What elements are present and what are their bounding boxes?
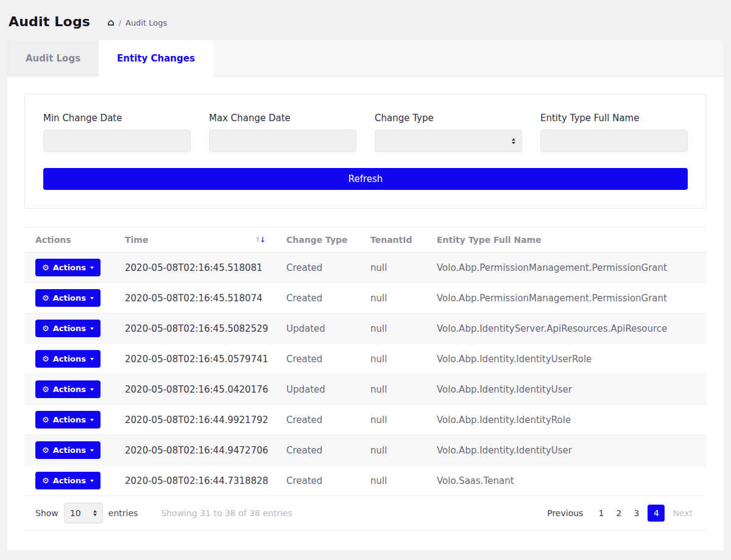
row-actions-button[interactable]: ⚙Actions xyxy=(35,441,101,459)
row-actions-button[interactable]: ⚙Actions xyxy=(35,289,101,307)
pagination-page-2[interactable]: 2 xyxy=(612,505,625,522)
time-cell: 2020-05-08T02:16:44.9921792 xyxy=(114,405,275,435)
table-row: ⚙Actions 2020-05-08T02:16:44.9921792 Cre… xyxy=(24,405,707,435)
column-header-change-type: Change Type xyxy=(275,228,359,253)
time-cell: 2020-05-08T02:16:44.9472706 xyxy=(114,435,275,466)
entity-type-full-name-input[interactable] xyxy=(540,130,688,152)
caret-down-icon xyxy=(90,327,94,330)
entity-type-cell: Volo.Abp.IdentityServer.ApiResources.Api… xyxy=(426,313,707,344)
tenantid-cell: null xyxy=(359,283,426,313)
pagination-previous[interactable]: Previous xyxy=(544,505,586,522)
change-type-label: Change Type xyxy=(375,113,522,124)
time-cell: 2020-05-08T02:16:45.0420176 xyxy=(114,374,275,405)
entity-type-cell: Volo.Abp.Identity.IdentityUser xyxy=(426,435,707,466)
caret-down-icon xyxy=(90,480,94,482)
main-card: Audit Logs Entity Changes Min Change Dat… xyxy=(7,40,724,550)
row-actions-button[interactable]: ⚙Actions xyxy=(35,350,101,368)
max-change-date-label: Max Change Date xyxy=(209,113,356,124)
page-size-select[interactable]: 10 xyxy=(64,503,103,523)
home-icon[interactable]: ⌂ xyxy=(107,18,114,27)
entity-type-cell: Volo.Abp.PermissionManagement.Permission… xyxy=(426,253,707,283)
field-change-type: Change Type xyxy=(375,113,522,152)
tab-entity-changes[interactable]: Entity Changes xyxy=(99,40,213,77)
gear-icon: ⚙ xyxy=(42,294,49,302)
entries-label: entries xyxy=(108,508,138,518)
breadcrumb-current: Audit Logs xyxy=(125,18,167,27)
change-type-cell: Updated xyxy=(275,374,359,405)
actions-button-label: Actions xyxy=(53,293,86,303)
gear-icon: ⚙ xyxy=(42,416,49,424)
select-arrows-icon xyxy=(93,510,97,516)
table-row: ⚙Actions 2020-05-08T02:16:44.9472706 Cre… xyxy=(24,435,707,466)
actions-button-label: Actions xyxy=(53,324,86,333)
actions-button-label: Actions xyxy=(53,263,86,272)
min-change-date-label: Min Change Date xyxy=(43,113,191,124)
tenantid-cell: null xyxy=(359,313,426,344)
row-actions-button[interactable]: ⚙Actions xyxy=(35,259,101,276)
column-header-tenantid: TenantId xyxy=(359,228,426,253)
gear-icon: ⚙ xyxy=(42,446,49,454)
change-type-cell: Updated xyxy=(275,313,359,344)
min-change-date-input[interactable] xyxy=(43,130,191,152)
actions-button-label: Actions xyxy=(53,415,86,424)
time-cell: 2020-05-08T02:16:44.7318828 xyxy=(114,466,275,496)
entity-changes-table: Actions Time ↑↓ Change Type TenantId Ent… xyxy=(24,227,707,531)
entity-type-cell: Volo.Saas.Tenant xyxy=(426,466,707,496)
entity-type-cell: Volo.Abp.Identity.IdentityRole xyxy=(426,405,707,435)
gear-icon: ⚙ xyxy=(42,385,49,393)
change-type-select[interactable] xyxy=(375,130,522,152)
pagination-page-4[interactable]: 4 xyxy=(648,505,665,522)
tenantid-cell: null xyxy=(359,253,426,283)
change-type-cell: Created xyxy=(275,405,359,435)
actions-button-label: Actions xyxy=(53,385,86,394)
tenantid-cell: null xyxy=(359,405,426,435)
caret-down-icon xyxy=(90,358,94,360)
tenantid-cell: null xyxy=(359,374,426,405)
time-cell: 2020-05-08T02:16:45.0579741 xyxy=(114,344,275,374)
caret-down-icon xyxy=(90,267,94,269)
breadcrumb: ⌂ / Audit Logs xyxy=(107,18,167,27)
entity-type-cell: Volo.Abp.Identity.IdentityUserRole xyxy=(426,344,707,374)
column-header-entity-type: Entity Type Full Name xyxy=(426,228,707,253)
row-actions-button[interactable]: ⚙Actions xyxy=(35,380,101,398)
caret-down-icon xyxy=(90,449,94,452)
showing-entries-text: Showing 31 to 38 of 38 entries xyxy=(161,508,292,518)
change-type-cell: Created xyxy=(275,283,359,313)
change-type-cell: Created xyxy=(275,466,359,496)
change-type-cell: Created xyxy=(275,253,359,283)
select-arrows-icon xyxy=(512,138,515,144)
tab-audit-logs[interactable]: Audit Logs xyxy=(7,40,99,76)
table-row: ⚙Actions 2020-05-08T02:16:45.518081 Crea… xyxy=(24,253,707,283)
entity-type-cell: Volo.Abp.Identity.IdentityUser xyxy=(426,374,707,405)
table-row: ⚙Actions 2020-05-08T02:16:45.518074 Crea… xyxy=(24,283,707,313)
pagination: Previous 1 2 3 4 Next xyxy=(544,505,696,522)
table-header-row: Actions Time ↑↓ Change Type TenantId Ent… xyxy=(24,228,707,253)
caret-down-icon xyxy=(90,297,94,299)
filter-card: Min Change Date Max Change Date Change T… xyxy=(24,94,707,209)
pagination-next[interactable]: Next xyxy=(669,505,696,522)
row-actions-button[interactable]: ⚙Actions xyxy=(35,411,101,429)
table-row: ⚙Actions 2020-05-08T02:16:45.0579741 Cre… xyxy=(24,344,707,374)
row-actions-button[interactable]: ⚙Actions xyxy=(35,320,101,337)
show-label: Show xyxy=(35,508,58,518)
table-row: ⚙Actions 2020-05-08T02:16:44.7318828 Cre… xyxy=(24,466,707,496)
field-max-change-date: Max Change Date xyxy=(209,113,356,152)
max-change-date-input[interactable] xyxy=(209,130,356,152)
time-cell: 2020-05-08T02:16:45.5082529 xyxy=(114,313,275,344)
table-row: ⚙Actions 2020-05-08T02:16:45.5082529 Upd… xyxy=(24,313,707,344)
actions-button-label: Actions xyxy=(53,476,86,485)
sort-icon[interactable]: ↑↓ xyxy=(255,236,264,244)
pagination-page-3[interactable]: 3 xyxy=(630,505,643,522)
gear-icon: ⚙ xyxy=(42,477,49,485)
time-cell: 2020-05-08T02:16:45.518074 xyxy=(114,283,275,313)
pagination-page-1[interactable]: 1 xyxy=(595,505,607,522)
tab-content: Min Change Date Max Change Date Change T… xyxy=(7,77,724,548)
time-header-label: Time xyxy=(125,235,148,245)
refresh-button[interactable]: Refresh xyxy=(43,168,688,190)
entity-type-cell: Volo.Abp.PermissionManagement.Permission… xyxy=(426,283,707,313)
gear-icon: ⚙ xyxy=(42,264,49,271)
column-header-time[interactable]: Time ↑↓ xyxy=(114,228,275,253)
tab-bar-spacer xyxy=(213,40,724,76)
entity-type-full-name-label: Entity Type Full Name xyxy=(540,113,688,124)
row-actions-button[interactable]: ⚙Actions xyxy=(35,472,101,489)
